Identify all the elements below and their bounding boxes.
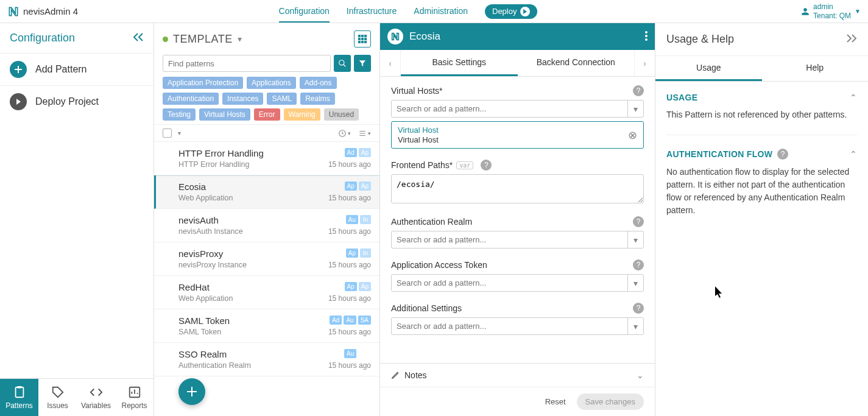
help-icon[interactable]: ? <box>633 303 644 314</box>
filter-tag[interactable]: Error <box>254 108 280 121</box>
badge: Ad <box>330 316 342 325</box>
pattern-list-item[interactable]: nevisProxynevisProxy InstanceApIn15 hour… <box>154 242 379 276</box>
svg-rect-11 <box>364 41 367 43</box>
svg-rect-6 <box>358 38 361 40</box>
svg-rect-8 <box>364 38 367 40</box>
user-name: admin <box>813 2 851 11</box>
filter-tag[interactable]: Realms <box>300 93 335 105</box>
tab-backend-connection[interactable]: Backend Connection <box>518 50 635 76</box>
deploy-project-action[interactable]: Deploy Project <box>0 86 153 118</box>
select-all-checkbox[interactable] <box>163 129 172 138</box>
help-icon[interactable]: ? <box>777 149 788 160</box>
collapse-sidebar-icon[interactable] <box>133 33 144 43</box>
pattern-list-item[interactable]: HTTP Error HandlingHTTP Error HandlingAd… <box>154 142 379 175</box>
sidebar-title: Configuration <box>10 32 75 44</box>
chevron-down-icon[interactable]: ▾ <box>238 34 242 44</box>
svg-point-14 <box>645 31 647 33</box>
badge: Re <box>358 349 371 358</box>
auth-realm-input[interactable] <box>392 231 627 248</box>
tab-prev-button[interactable]: ‹ <box>380 50 401 76</box>
additional-settings-input[interactable] <box>392 318 627 334</box>
help-icon[interactable]: ? <box>633 85 644 96</box>
tab-infrastructure[interactable]: Infrastructure <box>347 1 397 23</box>
notes-label: Notes <box>404 370 427 380</box>
pattern-time: 15 hours ago <box>328 361 371 370</box>
user-menu[interactable]: admin Tenant: QM ▼ <box>801 2 861 20</box>
filter-tag[interactable]: Application Protection <box>163 77 243 89</box>
help-icon[interactable]: ? <box>633 259 644 270</box>
chevron-down-icon[interactable]: ▾ <box>627 318 643 334</box>
tab-configuration[interactable]: Configuration <box>279 1 330 23</box>
filter-tag[interactable]: Unused <box>324 108 359 121</box>
deploy-project-label: Deploy Project <box>35 96 99 107</box>
bottom-tab-issues[interactable]: Issues <box>38 379 77 416</box>
app-title: nevisAdmin 4 <box>23 6 78 16</box>
deploy-button[interactable]: Deploy <box>485 4 537 19</box>
search-button[interactable] <box>334 55 351 72</box>
kebab-menu-icon[interactable] <box>645 31 647 43</box>
tab-administration[interactable]: Administration <box>414 1 468 23</box>
plus-icon <box>186 386 198 398</box>
pattern-time: 15 hours ago <box>328 328 371 336</box>
svg-point-15 <box>645 35 647 37</box>
project-name[interactable]: TEMPLATE <box>173 33 233 46</box>
help-tab-usage[interactable]: Usage <box>655 56 762 81</box>
expand-help-icon[interactable] <box>846 34 857 44</box>
pattern-time: 15 hours ago <box>328 194 371 202</box>
deploy-label: Deploy <box>492 7 517 16</box>
filter-button[interactable] <box>354 55 371 72</box>
pattern-search-input[interactable] <box>163 55 331 72</box>
filter-tag[interactable]: SAML <box>267 93 297 105</box>
list-view-dropdown-icon[interactable]: ▾ <box>358 129 371 138</box>
additional-settings-combo[interactable]: ▾ <box>391 317 644 335</box>
help-icon[interactable]: ? <box>633 216 644 227</box>
help-tab-help[interactable]: Help <box>762 56 869 81</box>
chevron-down-icon: ⌄ <box>637 370 644 380</box>
bottom-tab-reports[interactable]: Reports <box>115 379 153 416</box>
pencil-icon <box>391 371 400 379</box>
pattern-list-item[interactable]: nevisAuthnevisAuth InstanceAuIn15 hours … <box>154 209 379 242</box>
pattern-list-item[interactable]: SSO RealmAuthentication RealmAuRe15 hour… <box>154 343 379 376</box>
filter-tag[interactable]: Warning <box>284 108 320 121</box>
filter-tag[interactable]: Add-ons <box>300 77 337 89</box>
nevis-logo-icon <box>7 5 19 18</box>
app-token-input[interactable] <box>392 275 627 291</box>
tab-next-button[interactable]: › <box>634 50 655 76</box>
auth-realm-combo[interactable]: ▾ <box>391 231 644 249</box>
chevron-up-icon[interactable]: ⌃ <box>850 149 857 159</box>
usage-section-title: USAGE <box>666 93 697 102</box>
search-icon <box>338 59 347 68</box>
pattern-title: RedHat <box>178 282 371 292</box>
badge: Ad <box>345 148 357 157</box>
pattern-list-item[interactable]: SAML TokenSAML TokenAdAuSA15 hours ago <box>154 309 379 343</box>
fab-add-button[interactable] <box>178 378 205 405</box>
add-pattern-action[interactable]: Add Pattern <box>0 54 153 86</box>
chevron-up-icon[interactable]: ⌃ <box>850 93 857 102</box>
bottom-tab-patterns[interactable]: Patterns <box>0 379 38 416</box>
chevron-down-icon[interactable]: ▾ <box>627 100 643 117</box>
auth-flow-text: No authentication flow to display for th… <box>666 166 857 217</box>
pattern-list-item[interactable]: EcosiaWeb ApplicationApAp15 hours ago <box>154 175 379 209</box>
badge: Ap <box>345 282 357 291</box>
chevron-down-icon[interactable]: ▾ <box>178 130 181 136</box>
pattern-time: 15 hours ago <box>328 294 371 303</box>
chevron-down-icon[interactable]: ▾ <box>627 231 643 248</box>
history-dropdown-icon[interactable]: ▾ <box>338 129 351 138</box>
filter-tag[interactable]: Virtual Hosts <box>199 108 250 121</box>
grid-toggle-button[interactable] <box>354 30 371 48</box>
reset-button[interactable]: Reset <box>545 393 566 410</box>
notes-toggle[interactable]: Notes ⌄ <box>380 363 655 387</box>
filter-tag[interactable]: Testing <box>163 108 196 121</box>
tab-basic-settings[interactable]: Basic Settings <box>401 50 518 76</box>
badge: Au <box>344 316 356 325</box>
bottom-tab-variables[interactable]: Variables <box>77 379 115 416</box>
filter-tag[interactable]: Instances <box>222 93 263 105</box>
pattern-list-item[interactable]: RedHatWeb ApplicationApAp15 hours ago <box>154 276 379 309</box>
filter-tag[interactable]: Authentication <box>163 93 219 105</box>
chevron-down-icon[interactable]: ▾ <box>627 275 643 291</box>
bottom-tab-label: Patterns <box>5 401 33 410</box>
app-token-combo[interactable]: ▾ <box>391 274 644 292</box>
save-button[interactable]: Save changes <box>577 393 644 410</box>
remove-chip-icon[interactable]: ⊗ <box>628 129 637 142</box>
filter-tag[interactable]: Applications <box>247 77 296 89</box>
